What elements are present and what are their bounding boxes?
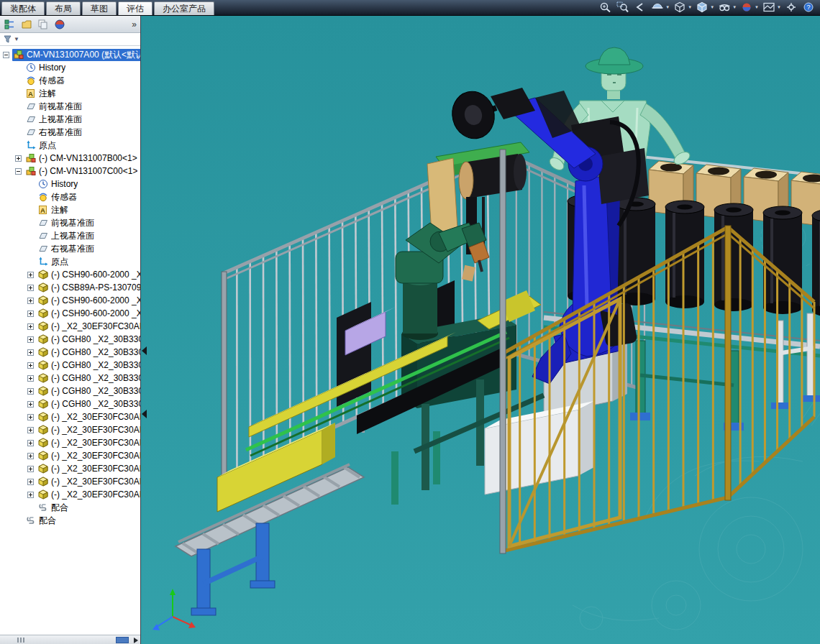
expand-toggle-plus[interactable]: [27, 427, 35, 433]
expand-toggle-plus[interactable]: [27, 492, 35, 498]
tree-item[interactable]: (-) _X2_30EF30FC30AF_X: [0, 320, 140, 333]
tree-item-label: (-) _X2_30EF30FC30AF_X: [51, 489, 140, 500]
tree-item[interactable]: 配合: [0, 514, 140, 527]
expand-toggle-plus[interactable]: [27, 388, 35, 395]
tree-item[interactable]: (-) _X2_30EF30FC30AF_X: [0, 410, 140, 423]
tree-item[interactable]: 右视基准面: [0, 242, 140, 255]
view-settings-icon[interactable]: [784, 1, 798, 14]
tree-item[interactable]: (-) CGH80 _X2_30B330F: [0, 333, 140, 346]
tab-sketch[interactable]: 草图: [82, 1, 117, 15]
tree-item[interactable]: (-) _X2_30EF30FC30AF_X: [0, 423, 140, 436]
toolbar-overflow-chevron[interactable]: »: [132, 19, 137, 29]
display-style-icon[interactable]: [695, 1, 709, 14]
edit-appearance-caret[interactable]: ▼: [755, 5, 759, 9]
tab-layout[interactable]: 布局: [46, 1, 81, 15]
tree-item[interactable]: (-) _X2_30EF30FC30AF_X: [0, 475, 140, 488]
expand-toggle-plus[interactable]: [27, 453, 35, 459]
expand-toggle-plus[interactable]: [27, 272, 35, 278]
expand-toggle-plus[interactable]: [27, 440, 35, 446]
tree-item[interactable]: (-) CSH90-600-2000 _X2: [0, 307, 140, 320]
expand-toggle-plus[interactable]: [27, 310, 35, 317]
filter-caret[interactable]: ▼: [14, 36, 19, 42]
expand-toggle-minus[interactable]: [2, 52, 10, 58]
tree-item[interactable]: (-) CM-VN131007B00<1>: [0, 152, 140, 165]
tree-item[interactable]: CM-VN131007A00 (默认<默认: [0, 48, 140, 61]
section-view-caret[interactable]: ▼: [665, 5, 670, 9]
expand-toggle-plus[interactable]: [14, 155, 22, 162]
tree-item[interactable]: (-) _X2_30EF30FC30AF_X: [0, 436, 140, 449]
tab-office-products[interactable]: 办公室产品: [154, 1, 214, 15]
tree-item[interactable]: 上视基准面: [0, 229, 140, 242]
tree-item[interactable]: History: [0, 178, 140, 190]
tree-item[interactable]: (-) CM-VN131007C00<1>: [0, 165, 140, 178]
tree-item[interactable]: (-) CSB89A-PS-130709-0: [0, 281, 140, 294]
tree-item[interactable]: A注解: [0, 87, 140, 100]
tree-item-label: (-) CSH90-600-2000 _X2: [51, 308, 140, 318]
scrollbar-grip[interactable]: [17, 638, 24, 643]
propertymanager-icon[interactable]: [20, 18, 33, 31]
expand-toggle-plus[interactable]: [27, 285, 35, 291]
panel-expand-arrow[interactable]: [134, 638, 138, 643]
view-orientation-caret[interactable]: ▼: [688, 5, 692, 9]
expand-toggle-plus[interactable]: [27, 414, 35, 420]
tree-item[interactable]: (-) CGH80 _X2_30B330F: [0, 385, 140, 397]
tree-item[interactable]: 上视基准面: [0, 113, 140, 126]
tree-item[interactable]: (-) CGH80 _X2_30B330F: [0, 372, 140, 385]
expand-toggle-plus[interactable]: [27, 336, 35, 343]
tree-item[interactable]: (-) CGH80 _X2_30B330F: [0, 359, 140, 372]
expand-toggle-plus[interactable]: [27, 479, 35, 485]
edit-appearance-icon[interactable]: [739, 1, 754, 14]
expand-toggle-plus[interactable]: [27, 466, 35, 472]
apply-scene-caret[interactable]: ▼: [777, 5, 781, 9]
tree-item[interactable]: 右视基准面: [0, 126, 140, 139]
configurationmanager-icon[interactable]: [37, 18, 50, 31]
tree-item[interactable]: (-) _X2_30EF30FC30AF_X: [0, 462, 140, 475]
section-view-icon[interactable]: [650, 1, 665, 14]
expand-toggle-plus[interactable]: [27, 401, 35, 408]
view-orientation-icon[interactable]: [673, 1, 687, 14]
tree-item[interactable]: A注解: [0, 203, 140, 216]
tree-item-label: (-) _X2_30EF30FC30AF_X: [51, 464, 140, 474]
part-icon: [38, 425, 49, 435]
tab-assembly[interactable]: 装配体: [1, 1, 45, 15]
tree-item[interactable]: (-) _X2_30EF30FC30AF_X: [0, 449, 140, 462]
expand-toggle-minus[interactable]: [14, 168, 22, 175]
expand-toggle-plus[interactable]: [27, 298, 35, 304]
tree-item[interactable]: History: [0, 61, 140, 74]
tree-item[interactable]: (-) CGH80 _X2_30B330F: [0, 397, 140, 410]
tree-item[interactable]: 原点: [0, 139, 140, 152]
tree-item-label: (-) _X2_30EF30FC30AF_X: [51, 451, 140, 461]
tree-item[interactable]: 传感器: [0, 74, 140, 87]
tree-item[interactable]: (-) CSH90-600-2000 _X2: [0, 268, 140, 281]
tree-filter-bar[interactable]: ▼: [0, 33, 140, 46]
tree-item[interactable]: 原点: [0, 255, 140, 268]
help-icon[interactable]: ?: [801, 1, 816, 14]
expand-toggle-plus[interactable]: [27, 362, 35, 369]
expand-toggle-plus[interactable]: [27, 349, 35, 356]
tree-item[interactable]: 传感器: [0, 190, 140, 203]
expand-toggle-plus[interactable]: [27, 323, 35, 330]
hide-show-items-icon[interactable]: [717, 1, 732, 14]
zoom-to-area-icon[interactable]: [616, 1, 630, 14]
expand-toggle-plus[interactable]: [27, 375, 35, 382]
featuremanager-design-tree-icon[interactable]: [4, 18, 17, 31]
tree-item[interactable]: 前视基准面: [0, 216, 140, 229]
zoom-to-fit-icon[interactable]: [598, 1, 613, 14]
display-style-caret[interactable]: ▼: [710, 5, 714, 9]
graphics-viewport[interactable]: [141, 16, 820, 644]
tree-item[interactable]: 配合: [0, 501, 140, 514]
apply-scene-icon[interactable]: [762, 1, 776, 14]
tree-item[interactable]: (-) CGH80 _X2_30B330F: [0, 346, 140, 359]
previous-view-icon[interactable]: [633, 1, 647, 14]
hide-show-caret[interactable]: ▼: [732, 5, 737, 9]
displaymanager-icon[interactable]: [53, 18, 66, 31]
tree-item[interactable]: (-) CSH90-600-2000 _X2: [0, 294, 140, 307]
panel-collapse-arrow[interactable]: [142, 346, 147, 355]
tab-evaluate[interactable]: 评估: [118, 1, 152, 15]
tree-item[interactable]: 前视基准面: [0, 100, 140, 113]
scrollbar-thumb[interactable]: [116, 637, 129, 643]
filter-funnel-icon[interactable]: [3, 34, 12, 44]
origin-icon: [38, 257, 49, 267]
tree-item[interactable]: (-) _X2_30EF30FC30AF_X: [0, 488, 140, 501]
panel-collapse-arrow-2[interactable]: [142, 410, 147, 418]
